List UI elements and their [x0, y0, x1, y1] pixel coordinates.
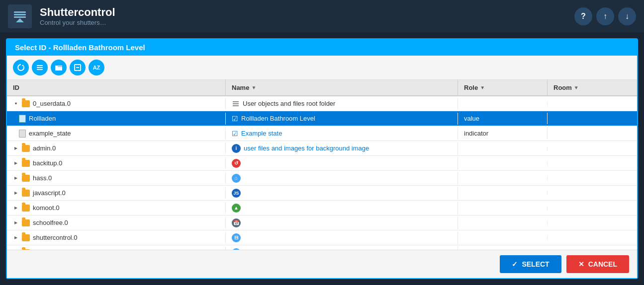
svg-rect-9	[55, 66, 58, 67]
dialog-footer: ✓ SELECT ✕ CANCEL	[7, 250, 637, 278]
app-subtitle: Control your shutters…	[40, 19, 566, 26]
refresh-button[interactable]	[13, 60, 29, 75]
cell-room	[548, 102, 637, 106]
cell-id: ▶ hass.0	[7, 172, 226, 184]
header-actions: ? ↑ ↓	[574, 7, 636, 25]
shutter-icon: ⊟	[232, 233, 241, 242]
table-row[interactable]: Rollladen ☑ Rollladen Bathroom Level val…	[7, 111, 637, 126]
cell-name: SNMP	[226, 246, 458, 250]
cell-id: ▶ javascript.0	[7, 187, 226, 199]
col-header-room: Room ▼	[548, 80, 637, 95]
folder-icon	[22, 175, 30, 182]
table-row[interactable]: ▶ komoot.0 ▲	[7, 201, 637, 215]
cell-name: ⊟	[226, 231, 458, 244]
app-title: Shuttercontrol	[40, 6, 566, 19]
cell-role	[458, 221, 548, 225]
expand-icon: ▶	[13, 220, 19, 226]
svg-rect-14	[233, 105, 239, 106]
checkmark-icon: ✓	[512, 260, 518, 268]
svg-rect-6	[37, 67, 43, 68]
svg-rect-7	[37, 69, 43, 70]
col-header-id: ID	[7, 80, 226, 95]
expand-icon: ▶	[13, 235, 19, 241]
table-row[interactable]: ▶ shuttercontrol.0 ⊟	[7, 230, 637, 245]
svg-rect-13	[233, 103, 239, 104]
cell-role: value	[458, 113, 548, 124]
table-row[interactable]: ▶ hass.0 ⌂	[7, 171, 637, 186]
cell-name: i user files and images for background i…	[226, 142, 458, 155]
cancel-button[interactable]: ✕ CANCEL	[566, 255, 629, 273]
svg-rect-0	[14, 11, 26, 13]
sort-az-button[interactable]: AZ	[89, 60, 104, 75]
app-title-block: Shuttercontrol Control your shutters…	[40, 6, 566, 26]
cell-room	[548, 132, 637, 136]
name-sort-icon: ▼	[251, 85, 256, 90]
cell-role	[458, 102, 548, 106]
cell-role	[458, 176, 548, 180]
svg-marker-4	[22, 65, 24, 66]
cell-role	[458, 206, 548, 210]
select-button[interactable]: ✓ SELECT	[500, 255, 561, 273]
expand-icon: ▶	[13, 145, 19, 151]
cell-name: ↺	[226, 157, 458, 170]
cell-name: 📅	[226, 216, 458, 229]
folder-icon	[22, 234, 30, 241]
svg-rect-1	[14, 14, 26, 15]
room-sort-icon: ▼	[574, 85, 579, 90]
table-row[interactable]: ▶ schoolfree.0 📅	[7, 215, 637, 230]
komoot-icon: ▲	[232, 204, 241, 213]
col-header-role: Role ▼	[458, 80, 548, 95]
cell-room	[548, 176, 637, 180]
cell-id: ▶ komoot.0	[7, 202, 226, 214]
svg-marker-3	[16, 18, 24, 22]
cell-role	[458, 236, 548, 240]
table-row[interactable]: ▾ 0_userdata.0 User objects and files ro…	[7, 96, 637, 111]
expand-icon: ▶	[13, 190, 19, 196]
table-row[interactable]: example_state ☑ Example state indicator	[7, 126, 637, 141]
dialog-title: Select ID - Rollladen Bathroom Level	[7, 39, 637, 56]
hass-icon: ⌂	[232, 174, 241, 183]
list-icon	[232, 100, 240, 108]
folder-button[interactable]	[51, 60, 67, 75]
cell-room	[548, 236, 637, 240]
calendar-icon: 📅	[232, 218, 241, 227]
cell-id: ▶ backitup.0	[7, 157, 226, 169]
cell-id: ▶ schoolfree.0	[7, 217, 226, 228]
cell-id: ▶ admin.0	[7, 142, 226, 154]
app-header: Shuttercontrol Control your shutters… ? …	[0, 0, 644, 32]
cell-id: ▾ 0_userdata.0	[7, 98, 226, 109]
checkbox-icon: ☑	[232, 115, 238, 123]
folder-icon	[22, 219, 30, 226]
svg-rect-2	[14, 16, 26, 18]
cell-room	[548, 206, 637, 210]
help-button[interactable]: ?	[574, 7, 592, 25]
cell-room	[548, 191, 637, 195]
upload-button[interactable]: ↑	[596, 7, 614, 25]
cell-name: JS	[226, 187, 458, 200]
role-sort-icon: ▼	[480, 85, 485, 90]
app-logo	[8, 4, 32, 28]
cell-room	[548, 221, 637, 225]
expand-icon: ▶	[13, 205, 19, 211]
cell-role	[458, 146, 548, 150]
cell-id: example_state	[7, 128, 226, 140]
id-table: ID Name ▼ Role ▼ Room ▼	[7, 80, 637, 250]
collapse-button[interactable]	[70, 60, 86, 75]
folder-icon	[22, 145, 30, 152]
cell-role	[458, 161, 548, 165]
download-button[interactable]: ↓	[618, 7, 636, 25]
select-id-dialog: Select ID - Rollladen Bathroom Level	[6, 38, 638, 279]
table-row[interactable]: ▶ snmp.0 SNMP	[7, 245, 637, 250]
table-row[interactable]: ▶ backitup.0 ↺	[7, 156, 637, 171]
table-row[interactable]: ▶ admin.0 i user files and images for ba…	[7, 141, 637, 156]
expand-icon: ▾	[13, 101, 19, 107]
table-header-row: ID Name ▼ Role ▼ Room ▼	[7, 80, 637, 96]
svg-rect-12	[233, 101, 239, 102]
cell-id: ▶ shuttercontrol.0	[7, 232, 226, 243]
main-area: Select ID - Rollladen Bathroom Level	[0, 32, 644, 285]
table-row[interactable]: ▶ javascript.0 JS	[7, 186, 637, 201]
checkbox-icon: ☑	[232, 130, 238, 138]
list-view-button[interactable]	[32, 60, 48, 75]
cell-name: ☑ Example state	[226, 128, 458, 140]
file-icon	[19, 130, 26, 138]
